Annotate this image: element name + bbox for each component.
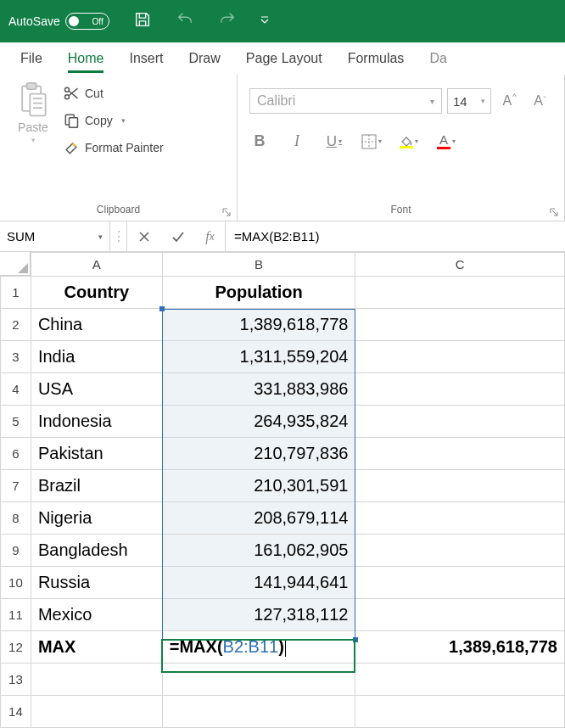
row-header[interactable]: 12 xyxy=(1,631,31,664)
font-name-chevron-icon[interactable]: ▾ xyxy=(430,97,434,106)
cancel-formula-button[interactable] xyxy=(127,221,161,251)
cell[interactable]: USA xyxy=(31,373,162,406)
autosave-pill[interactable]: Off xyxy=(65,13,109,30)
row-header[interactable]: 3 xyxy=(1,341,31,373)
font-launcher-icon[interactable] xyxy=(549,207,559,217)
cell[interactable] xyxy=(355,599,565,631)
underline-chevron-icon[interactable]: ▾ xyxy=(338,137,342,145)
cell[interactable]: 141,944,641 xyxy=(162,567,355,599)
row-header[interactable]: 1 xyxy=(1,277,31,309)
cell[interactable]: 1,311,559,204 xyxy=(162,341,355,373)
underline-button[interactable]: U▾ xyxy=(324,133,344,150)
cell[interactable] xyxy=(355,341,565,373)
cell[interactable] xyxy=(355,502,565,535)
tab-data-truncated[interactable]: Da xyxy=(429,46,446,71)
cell[interactable]: Brazil xyxy=(31,470,162,502)
cell[interactable] xyxy=(355,438,565,470)
formula-input[interactable]: =MAX(B2:B11) xyxy=(226,221,565,251)
row-header[interactable]: 9 xyxy=(1,535,31,567)
row-header[interactable]: 8 xyxy=(1,502,31,535)
paste-dropdown-icon[interactable]: ▾ xyxy=(31,136,36,144)
increase-font-button[interactable]: A^ xyxy=(496,93,522,109)
cell[interactable]: MAX xyxy=(31,631,162,664)
worksheet-grid[interactable]: A B C 1 Country Population 2China1,389,6… xyxy=(0,252,565,728)
row-header[interactable]: 4 xyxy=(1,373,31,406)
range-handle[interactable] xyxy=(353,637,358,642)
cell[interactable] xyxy=(31,664,162,696)
cell[interactable] xyxy=(355,309,565,341)
tab-home[interactable]: Home xyxy=(68,46,104,71)
cell[interactable]: 1,389,618,778 xyxy=(355,631,565,664)
row-header[interactable]: 13 xyxy=(1,664,31,696)
paste-button[interactable]: Paste ▾ xyxy=(8,81,58,195)
font-color-button[interactable]: A ▾ xyxy=(436,133,456,149)
copy-dropdown-icon[interactable]: ▾ xyxy=(121,116,126,125)
cell[interactable]: 208,679,114 xyxy=(162,502,355,535)
cut-button[interactable]: Cut xyxy=(63,85,164,102)
italic-button[interactable]: I xyxy=(287,132,307,150)
cell[interactable]: India xyxy=(31,341,162,373)
cell[interactable] xyxy=(355,277,565,309)
row-header[interactable]: 2 xyxy=(1,309,31,341)
cell[interactable]: Bangladesh xyxy=(31,535,162,567)
cell[interactable]: 1,389,618,778 xyxy=(162,309,355,341)
cell[interactable]: Population xyxy=(162,277,355,309)
cell[interactable]: Nigeria xyxy=(31,502,162,535)
cell[interactable] xyxy=(355,535,565,567)
tab-file[interactable]: File xyxy=(20,46,42,71)
borders-button[interactable]: ▾ xyxy=(361,134,382,149)
cell[interactable] xyxy=(162,696,355,728)
row-header[interactable]: 5 xyxy=(1,406,31,438)
clipboard-launcher-icon[interactable] xyxy=(221,207,232,217)
cell[interactable]: 210,301,591 xyxy=(162,470,355,502)
enter-formula-button[interactable] xyxy=(161,221,195,251)
cell[interactable] xyxy=(355,406,565,438)
undo-icon[interactable] xyxy=(176,10,194,32)
cell[interactable]: 127,318,112 xyxy=(162,599,355,631)
font-size-chevron-icon[interactable]: ▾ xyxy=(481,97,485,105)
row-header[interactable]: 7 xyxy=(1,470,31,502)
fx-icon[interactable]: fx xyxy=(195,221,226,251)
font-size-combo[interactable]: 14 ▾ xyxy=(447,88,491,114)
decrease-font-button[interactable]: Aˇ xyxy=(527,93,552,109)
cell[interactable] xyxy=(355,567,565,599)
font-color-chevron-icon[interactable]: ▾ xyxy=(452,137,456,145)
cell[interactable] xyxy=(355,696,565,728)
cell[interactable]: Russia xyxy=(31,567,162,599)
cell[interactable] xyxy=(355,470,565,502)
active-cell[interactable]: =MAX(B2:B11) xyxy=(162,631,355,664)
range-handle[interactable] xyxy=(159,306,165,311)
cell[interactable]: Mexico xyxy=(31,599,162,631)
cell[interactable]: 331,883,986 xyxy=(162,373,355,406)
select-all-corner[interactable] xyxy=(0,252,31,276)
row-header[interactable]: 10 xyxy=(1,567,31,599)
format-painter-button[interactable]: Format Painter xyxy=(63,139,164,156)
cell[interactable]: 161,062,905 xyxy=(162,535,355,567)
tab-page-layout[interactable]: Page Layout xyxy=(246,46,322,71)
cell[interactable]: 264,935,824 xyxy=(162,406,355,438)
row-header[interactable]: 11 xyxy=(1,599,31,631)
cell[interactable] xyxy=(162,664,355,696)
row-header[interactable]: 6 xyxy=(1,438,31,470)
cell[interactable] xyxy=(355,664,565,696)
cell[interactable]: 210,797,836 xyxy=(162,438,355,470)
copy-button[interactable]: Copy ▾ xyxy=(63,112,164,129)
cell[interactable] xyxy=(355,373,565,406)
tab-draw[interactable]: Draw xyxy=(188,46,220,71)
cell[interactable]: Country xyxy=(31,277,162,309)
name-box-chevron-icon[interactable]: ▾ xyxy=(98,232,103,241)
autosave-toggle[interactable]: AutoSave Off xyxy=(8,13,109,30)
bold-button[interactable]: B xyxy=(249,132,270,150)
fill-color-button[interactable]: ▾ xyxy=(399,134,419,148)
tab-formulas[interactable]: Formulas xyxy=(348,46,405,71)
borders-chevron-icon[interactable]: ▾ xyxy=(378,137,382,145)
name-box[interactable]: SUM ▾ xyxy=(0,221,110,251)
font-name-combo[interactable]: Calibri ▾ xyxy=(249,88,442,114)
col-header-B[interactable]: B xyxy=(162,253,355,277)
row-header[interactable]: 14 xyxy=(1,696,31,728)
redo-icon[interactable] xyxy=(218,10,237,32)
cell[interactable]: China xyxy=(31,309,162,341)
col-header-A[interactable]: A xyxy=(31,253,162,277)
cell[interactable] xyxy=(31,696,162,728)
col-header-C[interactable]: C xyxy=(355,253,565,277)
